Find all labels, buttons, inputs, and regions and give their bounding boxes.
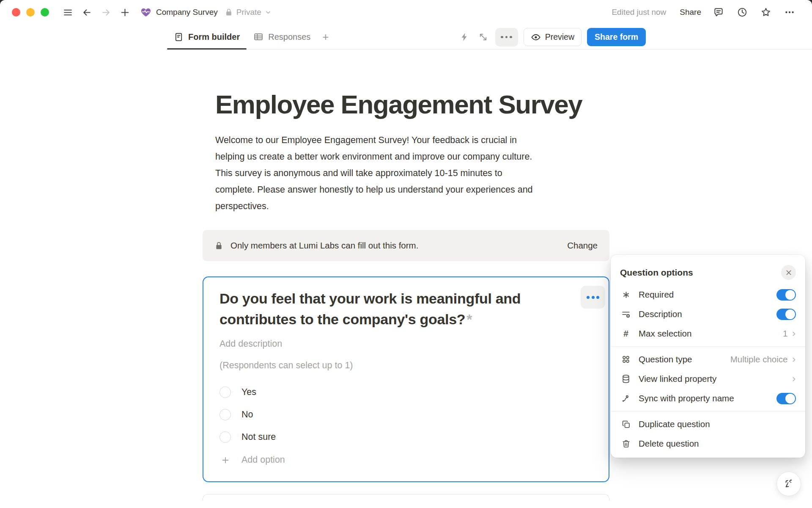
plus-icon (120, 7, 130, 18)
nav-forward-button[interactable] (99, 6, 113, 19)
chevron-down-icon (265, 9, 272, 16)
close-icon (785, 269, 792, 276)
question-menu-button[interactable] (581, 286, 605, 309)
question-title-line: contributes to the company's goals? (219, 311, 465, 327)
popup-row-question-type[interactable]: Question type Multiple choice › (611, 350, 805, 369)
app-window: Company Survey Private Edited just now S… (0, 0, 812, 508)
close-popup-button[interactable] (781, 265, 796, 280)
popup-row-duplicate-question[interactable]: Duplicate question (611, 414, 805, 434)
minimize-window-button[interactable] (26, 8, 35, 17)
close-window-button[interactable] (12, 8, 20, 17)
option-row: Not sure (219, 426, 593, 448)
question-options-popup: Question options Required Description # (611, 255, 805, 458)
radio-button[interactable] (219, 387, 231, 398)
lock-icon (225, 8, 233, 17)
popup-title: Question options (620, 268, 693, 278)
add-view-button[interactable]: + (317, 25, 334, 49)
preview-label: Preview (545, 32, 574, 42)
row-label: Sync with property name (639, 393, 734, 403)
arrow-left-icon (82, 7, 92, 18)
sidebar-menu-button[interactable] (61, 6, 75, 19)
new-tab-button[interactable] (118, 6, 132, 19)
description-line: Welcome to our Employee Engagement Surve… (215, 132, 609, 149)
add-option-label: Add option (241, 455, 285, 465)
chevron-right-icon: › (792, 374, 796, 384)
popup-row-delete-question[interactable]: Delete question (611, 434, 805, 453)
required-asterisk: * (466, 311, 472, 327)
star-icon (760, 7, 771, 18)
more-options-button[interactable] (782, 5, 797, 19)
description-line: helping us create a better work environm… (215, 149, 609, 165)
favorite-button[interactable] (759, 5, 773, 19)
nav-back-button[interactable] (80, 6, 94, 19)
view-options-button[interactable] (495, 28, 518, 47)
row-label: Question type (639, 354, 692, 364)
description-line: perspectives. (215, 198, 609, 215)
add-option-button[interactable]: Add option (219, 449, 285, 471)
description-toggle[interactable] (776, 309, 796, 320)
selection-hint: (Respondents can select up to 1) (219, 360, 593, 371)
question-title[interactable]: Do you feel that your work is meaningful… (219, 288, 593, 330)
comment-icon (713, 7, 724, 18)
access-notice-text: Only members at Lumi Labs can fill out t… (230, 240, 418, 251)
popup-row-view-linked-property[interactable]: View linked property › (611, 369, 805, 389)
ellipsis-icon (784, 7, 795, 18)
form-description[interactable]: Welcome to our Employee Engagement Surve… (215, 132, 609, 215)
form-title[interactable]: Employee Engagement Survey (215, 89, 609, 119)
share-button[interactable]: Share (676, 5, 705, 19)
sync-squiggle-icon (620, 394, 632, 403)
dot (596, 296, 599, 299)
option-label[interactable]: No (241, 409, 253, 420)
zoom-window-button[interactable] (41, 8, 49, 17)
popup-row-max-selection[interactable]: # Max selection 1 › (611, 324, 805, 343)
option-list: Yes No Not sure (219, 381, 593, 448)
description-line: complete. Please answer honestly to help… (215, 182, 609, 198)
document-icon (174, 32, 184, 42)
sync-property-toggle[interactable] (776, 393, 796, 404)
arrow-right-icon (101, 7, 111, 18)
tab-actions: Preview Share form (458, 25, 646, 50)
table-icon (253, 32, 263, 42)
radio-button[interactable] (219, 409, 231, 420)
notion-ai-button[interactable] (776, 472, 801, 496)
duplicate-icon (620, 420, 632, 429)
lightning-icon (460, 32, 469, 42)
radio-button[interactable] (219, 431, 231, 443)
dot (587, 296, 590, 299)
comments-button[interactable] (711, 5, 726, 19)
lock-icon (214, 241, 223, 250)
option-row: No (219, 403, 593, 426)
preview-button[interactable]: Preview (524, 28, 582, 46)
tab-responses[interactable]: Responses (247, 25, 317, 49)
expand-button[interactable] (477, 30, 490, 44)
divider (611, 411, 805, 411)
expand-diagonal-icon (478, 32, 488, 42)
edited-status: Edited just now (612, 8, 666, 17)
share-form-button[interactable]: Share form (587, 28, 646, 46)
description-lines-icon (620, 309, 632, 319)
popup-row-required[interactable]: Required (611, 285, 805, 304)
popup-row-sync-property-name[interactable]: Sync with property name (611, 389, 805, 408)
dot (592, 296, 595, 299)
popup-row-description[interactable]: Description (611, 304, 805, 324)
privacy-dropdown[interactable]: Private (225, 8, 272, 17)
tab-form-builder[interactable]: Form builder (167, 25, 247, 49)
next-question-card-peek[interactable] (203, 494, 609, 501)
change-access-button[interactable]: Change (567, 240, 598, 251)
clock-icon (737, 7, 748, 18)
history-button[interactable] (735, 5, 749, 19)
automations-button[interactable] (458, 30, 471, 44)
option-label[interactable]: Not sure (241, 432, 276, 442)
heart-pulse-icon (140, 7, 151, 18)
description-line: This survey is anonymous and will take a… (215, 165, 609, 182)
option-label[interactable]: Yes (241, 387, 256, 398)
add-description-field[interactable]: Add description (219, 339, 593, 349)
chevron-right-icon: › (792, 329, 796, 339)
ai-face-icon (782, 477, 796, 491)
hamburger-icon (63, 7, 73, 18)
breadcrumb[interactable]: Company Survey (140, 7, 218, 18)
row-value: 1 (783, 329, 787, 339)
question-title-line: Do you feel that your work is meaningful… (219, 290, 521, 306)
question-type-grid-icon (620, 355, 632, 364)
required-toggle[interactable] (776, 289, 796, 301)
